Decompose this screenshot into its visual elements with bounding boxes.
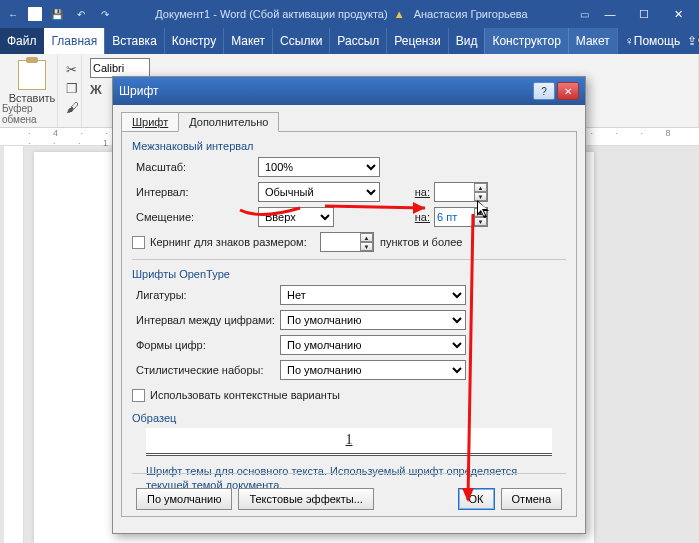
vertical-ruler[interactable] — [4, 146, 24, 543]
spacing-by-label: на: — [408, 186, 434, 198]
spin-down-icon[interactable]: ▼ — [474, 217, 487, 226]
scale-select[interactable]: 100% — [258, 157, 380, 177]
spin-up-icon[interactable]: ▲ — [474, 208, 487, 217]
stylistic-sets-label: Стилистические наборы: — [132, 364, 280, 376]
spacing-group-title: Межзнаковый интервал — [132, 140, 566, 152]
ligatures-label: Лигатуры: — [132, 289, 280, 301]
sample-preview: 1 — [146, 428, 552, 456]
paste-button[interactable]: Вставить — [8, 60, 56, 104]
spacing-select[interactable]: Обычный — [258, 182, 380, 202]
redo-icon[interactable]: ↷ — [96, 5, 114, 23]
tab-table-design[interactable]: Конструктор — [484, 28, 567, 54]
warning-icon: ▲ — [394, 8, 405, 20]
maximize-button[interactable]: ☐ — [627, 0, 661, 28]
ribbon-display-icon[interactable]: ▭ — [575, 5, 593, 23]
save-icon[interactable]: 💾 — [48, 5, 66, 23]
tab-home[interactable]: Главная — [44, 28, 105, 54]
spacing-label: Интервал: — [132, 186, 258, 198]
ribbon-tabs: Файл Главная Вставка Констру Макет Ссылк… — [0, 28, 699, 54]
ok-button[interactable]: ОК — [458, 488, 495, 510]
tab-design[interactable]: Констру — [164, 28, 223, 54]
text-effects-button[interactable]: Текстовые эффекты... — [238, 488, 374, 510]
close-window-button[interactable]: ✕ — [661, 0, 695, 28]
minimize-button[interactable]: — — [593, 0, 627, 28]
undo-icon[interactable]: ↶ — [72, 5, 90, 23]
position-label: Смещение: — [132, 211, 258, 223]
stylistic-sets-select[interactable]: По умолчанию — [280, 360, 466, 380]
position-select[interactable]: Вверх — [258, 207, 334, 227]
tab-layout[interactable]: Макет — [223, 28, 272, 54]
tab-mailings[interactable]: Рассыл — [329, 28, 386, 54]
dialog-tab-font[interactable]: Шрифт — [121, 112, 179, 132]
tab-review[interactable]: Рецензи — [386, 28, 447, 54]
dialog-title: Шрифт — [119, 84, 531, 98]
user-name: Анастасия Григорьева — [408, 8, 534, 20]
ligatures-select[interactable]: Нет — [280, 285, 466, 305]
font-family-selector[interactable] — [90, 58, 150, 78]
dialog-tabs: Шрифт Дополнительно — [113, 105, 585, 131]
kerning-checkbox[interactable] — [132, 236, 145, 249]
dialog-tab-advanced[interactable]: Дополнительно — [178, 112, 279, 132]
clipboard-group-label: Буфер обмена — [2, 103, 57, 125]
dialog-help-button[interactable]: ? — [533, 82, 555, 100]
tab-view[interactable]: Вид — [448, 28, 485, 54]
opentype-group-title: Шрифты OpenType — [132, 268, 566, 280]
contextual-alternates-label: Использовать контекстные варианты — [150, 389, 340, 401]
cancel-button[interactable]: Отмена — [501, 488, 562, 510]
kerning-suffix: пунктов и более — [374, 236, 462, 248]
dialog-titlebar[interactable]: Шрифт ? ✕ — [113, 77, 585, 105]
number-spacing-label: Интервал между цифрами: — [132, 314, 280, 326]
font-dialog: Шрифт ? ✕ Шрифт Дополнительно Межзнаковы… — [112, 76, 586, 534]
app-word-icon — [28, 7, 42, 21]
format-painter-icon[interactable]: 🖌 — [66, 100, 73, 115]
doc-name: Документ1 - Word — [155, 8, 246, 20]
spin-down-icon[interactable]: ▼ — [360, 242, 373, 251]
spin-down-icon[interactable]: ▼ — [474, 192, 487, 201]
tab-references[interactable]: Ссылки — [272, 28, 329, 54]
position-by-label: на: — [408, 211, 434, 223]
bold-icon[interactable]: Ж — [90, 82, 102, 97]
set-default-button[interactable]: По умолчанию — [136, 488, 232, 510]
dialog-pane: Межзнаковый интервал Масштаб: 100% Интер… — [121, 131, 577, 517]
spin-up-icon[interactable]: ▲ — [474, 183, 487, 192]
share-icon[interactable]: ⇪ — [687, 28, 697, 54]
window-title: Документ1 - Word (Сбой активации продукт… — [114, 8, 575, 20]
back-icon[interactable]: ← — [4, 5, 22, 23]
tab-table-layout[interactable]: Макет — [568, 28, 617, 54]
contextual-alternates-checkbox[interactable] — [132, 389, 145, 402]
activation-warning: (Сбой активации продукта) — [249, 8, 387, 20]
scale-label: Масштаб: — [132, 161, 258, 173]
dialog-buttons: По умолчанию Текстовые эффекты... ОК Отм… — [122, 488, 576, 510]
tab-file[interactable]: Файл — [0, 28, 44, 54]
number-spacing-select[interactable]: По умолчанию — [280, 310, 466, 330]
cut-icon[interactable]: ✂ — [66, 62, 73, 77]
tell-me[interactable]: ♀ Помощь — [617, 28, 687, 54]
kerning-label: Кернинг для знаков размером: — [150, 236, 320, 248]
copy-icon[interactable]: ❐ — [66, 81, 73, 96]
dialog-tab-advanced-label: Дополнительно — [189, 116, 268, 128]
titlebar: ← 💾 ↶ ↷ Документ1 - Word (Сбой активации… — [0, 0, 699, 28]
clipboard-icon — [18, 60, 46, 90]
tell-me-label: Помощь — [634, 34, 680, 48]
dialog-tab-font-label: Шрифт — [132, 116, 168, 128]
tab-insert[interactable]: Вставка — [104, 28, 164, 54]
number-form-label: Формы цифр: — [132, 339, 280, 351]
number-form-select[interactable]: По умолчанию — [280, 335, 466, 355]
dialog-close-button[interactable]: ✕ — [557, 82, 579, 100]
spin-up-icon[interactable]: ▲ — [360, 233, 373, 242]
sample-group-title: Образец — [132, 412, 566, 424]
